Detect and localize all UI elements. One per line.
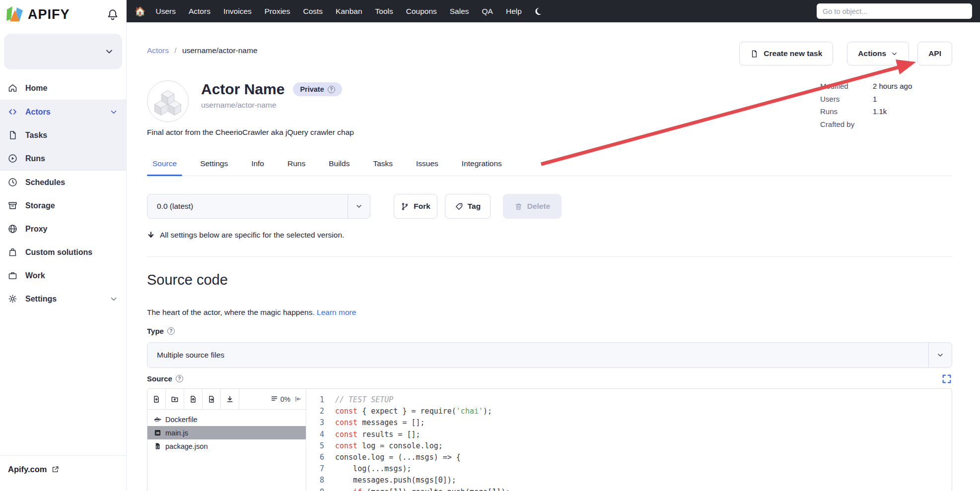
- file-dockerfile[interactable]: Dockerfile: [147, 413, 306, 426]
- apify-logo-icon: [6, 6, 24, 23]
- notifications-bell-icon[interactable]: [106, 8, 119, 21]
- sidebar-item-settings[interactable]: Settings: [0, 287, 126, 310]
- topnav-item-kanban[interactable]: Kanban: [336, 7, 362, 16]
- help-question-icon[interactable]: ?: [176, 375, 183, 382]
- tab-builds[interactable]: Builds: [323, 156, 355, 176]
- sidebar-item-actors[interactable]: Actors: [0, 100, 126, 123]
- upload-file-button[interactable]: [184, 389, 203, 410]
- api-button[interactable]: API: [917, 42, 952, 65]
- apify-com-link[interactable]: Apify.com: [8, 465, 47, 474]
- docker-file-icon: [154, 416, 161, 423]
- topnav-item-users[interactable]: Users: [155, 7, 175, 16]
- code-line-9: 9 if (msgs[1]) results.push(msgs[1]);: [306, 487, 952, 491]
- code-line-4: 4const results = [];: [306, 429, 952, 440]
- file-main-js[interactable]: JSmain.js: [147, 426, 306, 439]
- actions-button[interactable]: Actions: [847, 42, 909, 65]
- topnav-item-costs[interactable]: Costs: [303, 7, 323, 16]
- fullscreen-expand-icon[interactable]: [941, 373, 952, 384]
- meta-runs: Runs1.1k: [820, 105, 912, 118]
- sidebar-item-custom-solutions[interactable]: Custom solutions: [0, 241, 126, 264]
- globe-icon: [7, 224, 18, 234]
- code-line-7: 7 log(...msgs);: [306, 463, 952, 475]
- briefcase-icon: [7, 270, 18, 281]
- topnav-items: UsersActorsInvoicesProxiesCostsKanbanToo…: [155, 7, 521, 16]
- tab-settings[interactable]: Settings: [195, 156, 233, 176]
- help-question-icon[interactable]: ?: [167, 327, 175, 335]
- sidebar-item-tasks[interactable]: Tasks: [0, 123, 126, 147]
- sidebar-item-work[interactable]: Work: [0, 264, 126, 287]
- topnav-item-sales[interactable]: Sales: [450, 7, 469, 16]
- external-link-icon: [51, 465, 60, 474]
- new-folder-button[interactable]: [166, 389, 184, 410]
- topnav-item-qa[interactable]: QA: [482, 7, 493, 16]
- account-switcher[interactable]: [4, 34, 122, 69]
- topnav-item-help[interactable]: Help: [506, 7, 522, 16]
- js-file-icon: JS: [154, 429, 161, 436]
- code-line-1: 1// TEST SETUP: [306, 394, 952, 406]
- sidebar-item-storage[interactable]: Storage: [0, 194, 126, 217]
- home-icon: [7, 83, 18, 93]
- download-button[interactable]: [221, 389, 239, 410]
- topnav-item-actors[interactable]: Actors: [189, 7, 210, 16]
- arrow-down-icon: [147, 231, 155, 239]
- breadcrumb-separator: /: [174, 46, 176, 55]
- help-question-icon[interactable]: ?: [328, 86, 335, 93]
- zoom-value: 0%: [280, 395, 290, 403]
- meta-crafted-by: Crafted by: [820, 118, 912, 131]
- chevron-down-icon: [104, 47, 114, 57]
- actor-meta: Modified2 hours agoUsers1Runs1.1kCrafted…: [820, 80, 912, 130]
- sidebar-item-proxy[interactable]: Proxy: [0, 217, 126, 241]
- dark-mode-toggle-icon[interactable]: [534, 7, 542, 15]
- sidebar-header: APIFY: [0, 0, 126, 29]
- breadcrumb-current: username/actor-name: [182, 46, 258, 55]
- source-code-title: Source code: [147, 272, 228, 288]
- source-editor: 0% DockerfileJSmain.js{}package.json 1//…: [147, 388, 952, 491]
- breadcrumb: Actors / username/actor-name: [147, 46, 258, 55]
- type-select[interactable]: Multiple source files: [147, 342, 952, 368]
- sidebar-item-home[interactable]: Home: [0, 76, 126, 100]
- trash-icon: [514, 202, 523, 211]
- header-actions: Create new task Actions API: [739, 42, 952, 65]
- create-new-task-button[interactable]: Create new task: [739, 42, 833, 65]
- svg-text:{}: {}: [156, 445, 160, 448]
- wrap-toggle-icon[interactable]: [294, 395, 302, 403]
- home-emoji-icon[interactable]: 🏠: [135, 7, 145, 16]
- breadcrumb-actors-link[interactable]: Actors: [147, 46, 169, 55]
- tab-info[interactable]: Info: [246, 156, 270, 176]
- sidebar-item-schedules[interactable]: Schedules: [0, 171, 126, 194]
- version-row: 0.0 (latest) Fork Tag Delete: [147, 194, 952, 219]
- sidebar-item-runs[interactable]: Runs: [0, 147, 126, 170]
- private-badge: Private ?: [293, 82, 342, 96]
- version-select[interactable]: 0.0 (latest): [147, 194, 370, 219]
- topnav-item-coupons[interactable]: Coupons: [406, 7, 437, 16]
- go-to-object-input[interactable]: [817, 3, 972, 19]
- chevron-down-icon: [348, 194, 370, 218]
- file-list: DockerfileJSmain.js{}package.json: [147, 410, 306, 453]
- topnav-item-tools[interactable]: Tools: [375, 7, 393, 16]
- tab-tasks[interactable]: Tasks: [367, 156, 398, 176]
- file-package-json[interactable]: {}package.json: [147, 439, 306, 453]
- tab-runs[interactable]: Runs: [282, 156, 311, 176]
- svg-text:JS: JS: [156, 431, 159, 434]
- code-line-3: 3const messages = [];: [306, 417, 952, 429]
- section-divider: [147, 256, 952, 257]
- gear-icon: [7, 294, 18, 304]
- tag-button[interactable]: Tag: [445, 194, 490, 219]
- delete-button[interactable]: Delete: [503, 194, 561, 219]
- tab-source[interactable]: Source: [147, 156, 182, 176]
- code-pane[interactable]: 1// TEST SETUP2const { expect } = requir…: [306, 389, 952, 491]
- play-icon: [7, 153, 18, 164]
- zoom-control[interactable]: 0%: [271, 395, 290, 404]
- fork-button[interactable]: Fork: [394, 194, 437, 219]
- sidebar-footer-link[interactable]: Apify.com: [0, 455, 126, 491]
- json-file-icon: {}: [154, 442, 161, 450]
- new-file-button[interactable]: [147, 389, 166, 410]
- export-file-button[interactable]: [203, 389, 221, 410]
- code-line-5: 5const log = console.log;: [306, 440, 952, 452]
- tab-integrations[interactable]: Integrations: [456, 156, 507, 176]
- learn-more-link[interactable]: Learn more: [317, 308, 356, 316]
- topnav-item-proxies[interactable]: Proxies: [265, 7, 290, 16]
- tab-issues[interactable]: Issues: [411, 156, 444, 176]
- topnav-item-invoices[interactable]: Invoices: [223, 7, 252, 16]
- git-fork-icon: [401, 202, 409, 211]
